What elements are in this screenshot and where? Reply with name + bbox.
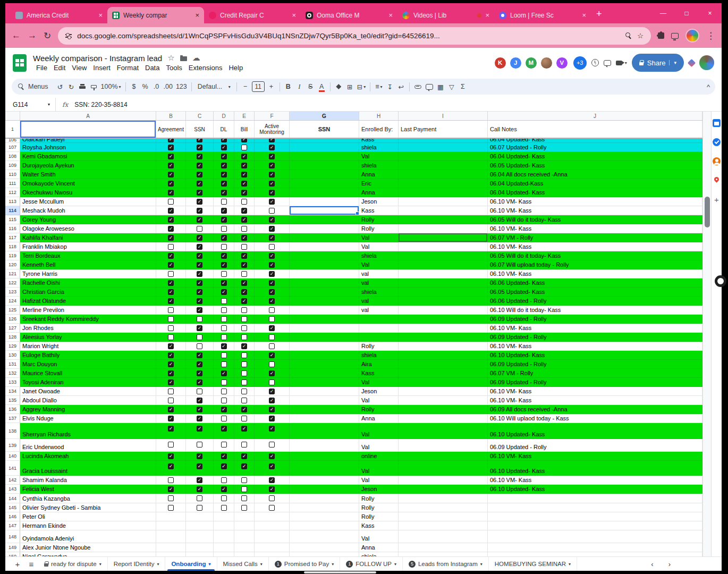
row-number[interactable]: 135 (5, 396, 20, 405)
currency-format-button[interactable]: $ (129, 80, 140, 93)
row-number[interactable]: 144 (5, 494, 20, 503)
cell-ssn[interactable] (290, 351, 359, 360)
checked-checkbox-icon[interactable]: ✓ (221, 463, 227, 469)
checked-checkbox-icon[interactable]: ✓ (269, 199, 275, 205)
unchecked-checkbox-icon[interactable] (168, 334, 174, 340)
checked-checkbox-icon[interactable]: ✓ (168, 407, 174, 412)
cell-last-payment[interactable] (399, 552, 488, 556)
row-header-1[interactable]: 1 (5, 121, 20, 138)
cell-checkbox[interactable]: ✓ (255, 288, 290, 297)
cell-name[interactable]: Maurice Stovall (20, 369, 156, 378)
cell-call-notes[interactable]: 06.10 VM- Kass (488, 269, 702, 278)
cell-name[interactable]: Sherryan Richards (20, 423, 156, 439)
cell-call-notes[interactable]: 06.07 VM - Rolly (488, 233, 702, 242)
cell-enrolled-by[interactable]: val (359, 269, 399, 278)
cell-checkbox[interactable]: ✓ (255, 452, 290, 461)
checked-checkbox-icon[interactable]: ✓ (269, 154, 275, 159)
row-number[interactable]: 106 (5, 139, 20, 143)
cell-ssn[interactable] (290, 170, 359, 179)
cell-checkbox[interactable]: ✓ (255, 476, 290, 485)
checked-checkbox-icon[interactable]: ✓ (168, 463, 174, 469)
cell-enrolled-by[interactable]: Rolly (359, 512, 399, 521)
browser-tab[interactable]: Loom | Free Sc× (494, 7, 591, 23)
row-number[interactable]: 143 (5, 485, 20, 494)
cell-call-notes[interactable] (488, 543, 702, 552)
cell-checkbox[interactable]: ✓ (156, 278, 186, 288)
cell-ssn[interactable] (290, 139, 359, 143)
cell-checkbox[interactable] (156, 476, 186, 485)
row-number[interactable]: 133 (5, 378, 20, 387)
cell-checkbox[interactable]: ✓ (214, 278, 234, 288)
sheet-tab[interactable]: 1Promised to Pay▾ (269, 557, 340, 571)
cell-last-payment[interactable] (399, 342, 488, 351)
cell-checkbox[interactable] (156, 269, 186, 278)
unchecked-checkbox-icon[interactable] (168, 398, 174, 403)
font-size-input[interactable]: 11 (252, 81, 265, 92)
cell-checkbox[interactable] (186, 439, 214, 452)
cell-name[interactable]: Roysha Johnson (20, 143, 156, 152)
cell-checkbox[interactable] (234, 521, 255, 530)
row-number[interactable]: 136 (5, 405, 20, 414)
cell-name[interactable]: Terri Bordeaux (20, 251, 156, 260)
cell-checkbox[interactable] (186, 521, 214, 530)
cell-checkbox[interactable]: ✓ (234, 179, 255, 188)
checked-checkbox-icon[interactable]: ✓ (241, 181, 247, 187)
cell-checkbox[interactable] (156, 530, 186, 543)
unchecked-checkbox-icon[interactable] (197, 343, 202, 349)
checked-checkbox-icon[interactable]: ✓ (241, 235, 247, 241)
cell-checkbox[interactable] (186, 543, 214, 552)
vertical-scrollbar[interactable] (702, 112, 711, 556)
cell-checkbox[interactable]: ✓ (156, 351, 186, 360)
row-number[interactable]: 112 (5, 188, 20, 197)
checked-checkbox-icon[interactable]: ✓ (168, 280, 174, 286)
header-cell-D1[interactable]: DL (214, 121, 234, 138)
cell-ssn[interactable] (290, 152, 359, 161)
cell-checkbox[interactable] (186, 503, 214, 512)
cell-call-notes[interactable]: 06.10 VM- Kass (488, 387, 702, 396)
cell-checkbox[interactable] (214, 503, 234, 512)
sheet-tab[interactable]: 5Leads from Instagram▾ (403, 557, 489, 571)
more-collaborators-badge[interactable]: +3 (573, 56, 587, 70)
tab-close-icon[interactable]: × (582, 11, 586, 19)
unchecked-checkbox-icon[interactable] (168, 495, 174, 501)
cell-enrolled-by[interactable]: Jeson (359, 485, 399, 494)
cell-checkbox[interactable]: ✓ (255, 351, 290, 360)
cell-call-notes[interactable]: 06.10 VM- Kass (488, 476, 702, 485)
unchecked-checkbox-icon[interactable] (197, 389, 202, 394)
unchecked-checkbox-icon[interactable] (241, 316, 247, 322)
row-number[interactable]: 110 (5, 170, 20, 179)
menu-file[interactable]: File (33, 63, 50, 72)
cell-name[interactable]: Christian Garcia (20, 288, 156, 297)
cell-checkbox[interactable]: ✓ (156, 423, 186, 439)
maximize-button[interactable]: □ (675, 10, 698, 17)
sheet-tab[interactable]: Onboarding▾ (165, 557, 217, 571)
unchecked-checkbox-icon[interactable] (221, 352, 227, 358)
menus-search-button[interactable]: Menus (17, 83, 53, 90)
cell-last-payment[interactable] (399, 378, 488, 387)
cell-checkbox[interactable]: ✓ (186, 369, 214, 378)
cell-checkbox[interactable] (214, 414, 234, 423)
cell-checkbox[interactable]: ✓ (186, 485, 214, 494)
checked-checkbox-icon[interactable]: ✓ (241, 217, 247, 223)
add-sheet-button[interactable]: + (11, 560, 24, 569)
cell-call-notes[interactable] (488, 503, 702, 512)
row-number[interactable]: 141 (5, 461, 20, 476)
row-number[interactable]: 145 (5, 503, 20, 512)
header-cell-I1[interactable]: Last Payment (399, 121, 488, 138)
cell-call-notes[interactable]: 06.04 Updated- Kass (488, 139, 702, 143)
create-filter-button[interactable]: ▽ (446, 80, 457, 93)
cell-call-notes[interactable]: 06.10 Updated- Kass (488, 351, 702, 360)
collaborator-avatar[interactable] (540, 56, 553, 70)
cell-checkbox[interactable]: ✓ (255, 161, 290, 170)
checked-checkbox-icon[interactable]: ✓ (269, 370, 275, 376)
cell-checkbox[interactable] (214, 269, 234, 278)
cell-checkbox[interactable]: ✓ (186, 396, 214, 405)
cell-checkbox[interactable] (186, 512, 214, 521)
cell-checkbox[interactable] (234, 396, 255, 405)
checked-checkbox-icon[interactable]: ✓ (241, 453, 247, 459)
cell-name[interactable]: Jon Rhodes (20, 324, 156, 333)
checked-checkbox-icon[interactable]: ✓ (269, 477, 275, 483)
cell-checkbox[interactable]: ✓ (255, 423, 290, 439)
checked-checkbox-icon[interactable]: ✓ (197, 352, 202, 358)
cell-call-notes[interactable]: 06.10 Will do it today- Kass (488, 306, 702, 315)
